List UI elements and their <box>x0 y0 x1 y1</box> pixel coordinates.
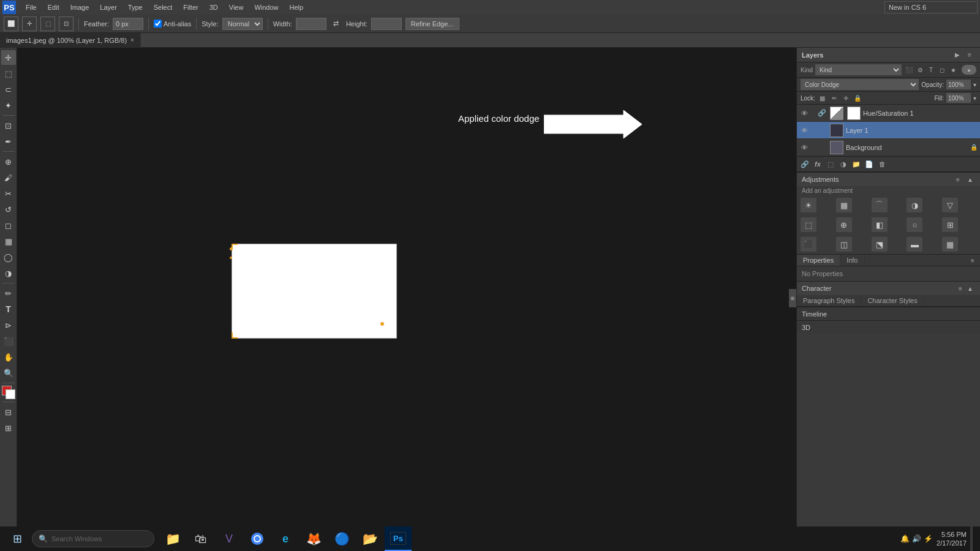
pen-tool[interactable]: ✏ <box>1 286 16 301</box>
new-cs6-search[interactable] <box>884 1 978 13</box>
adj-curves-btn[interactable]: ⌒ <box>872 198 888 212</box>
taskbar-app-blue[interactable]: 🔵 <box>328 527 355 551</box>
antialias-check[interactable] <box>154 20 162 28</box>
quick-mask-tool[interactable]: ⊟ <box>1 405 16 419</box>
layer-link-hue-sat[interactable]: 🔗 <box>816 108 827 119</box>
layer-visibility-hue-sat[interactable]: 👁 <box>799 108 809 118</box>
3d-panel[interactable]: 3D <box>797 320 980 334</box>
history-brush-tool[interactable]: ↺ <box>1 202 16 217</box>
adj-exposure-btn[interactable]: ◑ <box>907 198 922 212</box>
taskbar-app-firefox[interactable]: 🦊 <box>300 527 327 551</box>
menu-edit[interactable]: Edit <box>43 2 64 12</box>
type-tool[interactable]: T <box>1 302 16 317</box>
menu-layer[interactable]: Layer <box>95 2 122 12</box>
lock-paint-icon[interactable]: ✏ <box>829 93 839 103</box>
char-options-icon[interactable]: ≡ <box>956 283 965 293</box>
antialias-checkbox[interactable]: Anti-alias <box>154 20 191 28</box>
adj-selective-color-btn[interactable]: ▦ <box>942 237 958 252</box>
tray-network-icon[interactable]: 🔔 <box>900 534 910 543</box>
zoom-tool[interactable]: 🔍 <box>1 365 16 380</box>
filter-pixel-icon[interactable]: ⬛ <box>904 65 914 75</box>
opacity-input[interactable] <box>946 80 971 89</box>
crop-tool[interactable]: ⊡ <box>1 118 16 133</box>
layer-new-btn[interactable]: 📄 <box>864 159 875 170</box>
layer-visibility-layer1[interactable]: 👁 <box>799 126 809 135</box>
adj-posterize-btn[interactable]: ◫ <box>836 237 852 252</box>
adj-vibrance-btn[interactable]: ▽ <box>942 198 958 212</box>
taskbar-app-edge[interactable]: e <box>272 527 299 551</box>
eyedropper-tool[interactable]: ✒ <box>1 134 16 149</box>
shape-tool[interactable]: ⬛ <box>1 334 16 348</box>
taskbar-app-explorer[interactable]: 📁 <box>159 527 186 551</box>
taskbar-app-vs[interactable]: V <box>216 527 243 551</box>
panel-collapse-btn[interactable]: ≡ <box>789 289 796 307</box>
refine-edge-button[interactable]: Refine Edge... <box>405 18 459 30</box>
lasso-icon[interactable]: ⬚ <box>40 17 55 31</box>
document-tab[interactable]: images1.jpeg @ 100% (Layer 1, RGB/8) × <box>0 33 141 48</box>
tab-close-btn[interactable]: × <box>130 37 134 43</box>
menu-file[interactable]: File <box>21 2 42 12</box>
lasso-tool[interactable]: ⊂ <box>1 82 16 97</box>
style-select[interactable]: Normal <box>222 18 263 30</box>
feather-input[interactable] <box>113 18 143 30</box>
layers-options-btn[interactable]: ≡ <box>964 50 975 61</box>
height-input[interactable] <box>371 18 402 30</box>
healing-brush-tool[interactable]: ⊕ <box>1 154 16 169</box>
adj-color-balance-btn[interactable]: ⊕ <box>836 217 852 232</box>
taskbar-search[interactable]: 🔍 Search Windows <box>32 530 154 547</box>
background-color[interactable] <box>6 389 15 399</box>
adj-hue-sat-btn[interactable]: ⬚ <box>801 217 816 232</box>
layer-item-layer1[interactable]: 👁 Layer 1 <box>797 122 980 139</box>
info-tab[interactable]: Info <box>840 255 864 266</box>
layer-link-btn[interactable]: 🔗 <box>799 159 810 170</box>
filter-smart-icon[interactable]: ★ <box>948 65 958 75</box>
tray-volume-icon[interactable]: 🔊 <box>912 534 921 543</box>
gradient-tool[interactable]: ▦ <box>1 234 16 249</box>
adj-levels-btn[interactable]: ▦ <box>836 198 852 212</box>
taskbar-app-ps[interactable]: Ps <box>385 527 412 551</box>
menu-filter[interactable]: Filter <box>178 2 203 12</box>
width-input[interactable] <box>296 18 326 30</box>
screen-mode-tool[interactable]: ⊞ <box>1 421 16 435</box>
marquee-tool-icon[interactable]: ⬜ <box>4 17 18 31</box>
layer-fx-btn[interactable]: fx <box>812 159 823 170</box>
eraser-tool[interactable]: ◻ <box>1 218 16 233</box>
filter-shape-icon[interactable]: ◻ <box>937 65 947 75</box>
taskbar-app-store[interactable]: 🛍 <box>187 527 214 551</box>
adj-invert-btn[interactable]: ⬛ <box>801 237 816 252</box>
lock-move-icon[interactable]: ✛ <box>841 93 851 103</box>
menu-select[interactable]: Select <box>149 2 178 12</box>
adj-black-white-btn[interactable]: ◧ <box>872 217 888 232</box>
taskbar-app-orange[interactable]: 📂 <box>356 527 383 551</box>
lock-all-icon[interactable]: 🔒 <box>853 93 862 103</box>
menu-3d[interactable]: 3D <box>205 2 223 12</box>
swap-icon[interactable]: ⇄ <box>330 18 342 30</box>
foreground-background-colors[interactable] <box>2 386 15 399</box>
timeline-panel[interactable]: Timeline <box>797 307 980 320</box>
brush-tool[interactable]: 🖌 <box>1 170 16 185</box>
magic-wand-tool[interactable]: ✦ <box>1 98 16 113</box>
adj-brightness-btn[interactable]: ☀ <box>801 198 816 212</box>
menu-image[interactable]: Image <box>66 2 94 12</box>
marquee-tool[interactable]: ⬚ <box>1 66 16 81</box>
adj-options-icon[interactable]: ≡ <box>953 174 963 184</box>
fill-arrow[interactable]: ▾ <box>973 95 976 102</box>
menu-window[interactable]: Window <box>249 2 283 12</box>
adj-threshold-btn[interactable]: ⬔ <box>872 237 888 252</box>
move-tool[interactable]: ✛ <box>1 50 16 65</box>
menu-view[interactable]: View <box>224 2 249 12</box>
adj-collapse-icon[interactable]: ▲ <box>965 174 975 184</box>
start-button[interactable]: ⊞ <box>2 527 32 551</box>
layer-item-background[interactable]: 👁 Background 🔒 <box>797 139 980 156</box>
layer-folder-btn[interactable]: 📁 <box>851 159 862 170</box>
layer-item-hue-sat[interactable]: 👁 🔗 Hue/Saturation 1 <box>797 105 980 122</box>
filter-toggle[interactable]: ● <box>962 65 976 75</box>
path-tool[interactable]: ⊳ <box>1 318 16 332</box>
taskbar-app-chrome[interactable] <box>244 527 271 551</box>
adj-gradient-map-btn[interactable]: ▬ <box>907 237 922 252</box>
layer-delete-btn[interactable]: 🗑 <box>876 159 888 170</box>
dodge-tool[interactable]: ◑ <box>1 266 16 280</box>
lock-transparent-icon[interactable]: ▦ <box>818 93 827 103</box>
character-styles-tab[interactable]: Character Styles <box>861 295 924 306</box>
layer-visibility-background[interactable]: 👁 <box>799 143 809 152</box>
